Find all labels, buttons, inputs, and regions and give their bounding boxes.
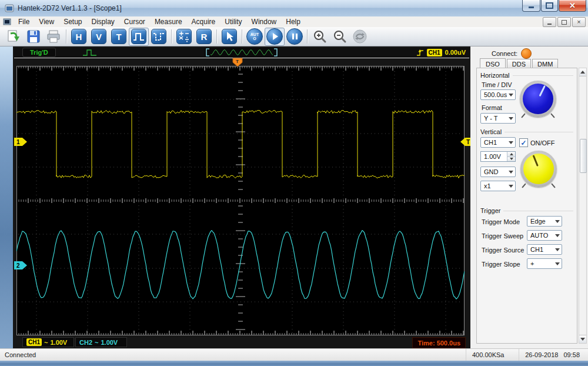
reference-button[interactable]: R	[194, 28, 214, 46]
trigger-sweep-select[interactable]: AUTO	[527, 230, 562, 241]
menu-file[interactable]: File	[14, 17, 34, 26]
application-window: Hantek-2D72 Ver1.1.3 - [Scope1] ✕ File V…	[0, 0, 588, 366]
cursor-measure-button[interactable]	[219, 28, 239, 46]
ch2-scale: 1.00V	[101, 339, 118, 346]
horizontal-system-button[interactable]: H	[69, 28, 89, 46]
scope-footer-bar: CH1 ~ 1.00V CH2 ~ 1.00V Time: 500.0us	[13, 337, 470, 347]
coupling-select[interactable]: GND	[480, 167, 516, 177]
scroll-up-button[interactable]	[579, 68, 586, 76]
falling-pulse-button[interactable]	[149, 28, 169, 46]
spinner-buttons[interactable]	[507, 152, 515, 161]
format-select[interactable]: Y - T	[480, 113, 516, 124]
scope-display-area: Trig'D CH1 0.00uV T	[13, 46, 470, 348]
math-button[interactable]	[174, 28, 194, 46]
menu-display[interactable]: Display	[87, 17, 119, 26]
refresh-button[interactable]	[350, 28, 370, 46]
chevron-down-icon	[507, 141, 515, 144]
trigger-sweep-label: Trigger Sweep	[482, 232, 523, 239]
ch2-level-marker[interactable]: 2	[14, 261, 28, 269]
panel-scrollbar[interactable]	[579, 68, 587, 344]
play-icon	[273, 33, 278, 40]
menu-setup[interactable]: Setup	[59, 17, 86, 26]
pause-button[interactable]	[285, 28, 305, 46]
title-bar: Hantek-2D72 Ver1.1.3 - [Scope1] ✕	[0, 0, 588, 17]
trigger-slope-select[interactable]: +	[527, 258, 562, 269]
ch1-coupling: ~	[44, 339, 48, 346]
volt-scale-value: 1.00V	[484, 153, 501, 160]
rising-pulse-button[interactable]	[129, 28, 149, 46]
chevron-down-icon	[553, 248, 562, 251]
toolbar-separator	[66, 29, 66, 44]
save-button[interactable]	[24, 28, 44, 46]
minimize-button[interactable]	[522, 0, 540, 12]
menu-measure[interactable]: Measure	[150, 17, 187, 26]
scroll-thumb[interactable]	[580, 139, 587, 173]
control-panel: Connect: DSO DDS DMM Horizontal Time / D…	[470, 46, 588, 348]
toolbar-separator	[171, 29, 172, 44]
chevron-down-icon	[507, 117, 515, 120]
ch2-readout: CH2 ~ 1.00V	[75, 337, 127, 347]
trigger-mode-select[interactable]: Edge	[527, 216, 562, 227]
vertical-system-button[interactable]: V	[89, 28, 109, 46]
r-icon: R	[196, 29, 212, 44]
scope-status-bar: Trig'D CH1 0.00uV	[14, 48, 469, 58]
trigger-source-value: CH1	[530, 246, 543, 253]
waveform-preview[interactable]	[205, 48, 279, 57]
channel-select[interactable]: CH1	[480, 137, 516, 148]
dso-tab-panel: Horizontal Time / DIV 500.0us Format Y -…	[476, 68, 577, 344]
mdi-restore-button[interactable]	[557, 17, 571, 27]
onoff-checkbox[interactable]: ✓	[519, 138, 528, 147]
chevron-down-icon	[553, 220, 562, 223]
trigger-mode-value: Edge	[530, 218, 546, 225]
run-button[interactable]	[265, 28, 285, 46]
zoom-out-button[interactable]	[330, 28, 350, 46]
ch2-coupling: ~	[95, 339, 98, 346]
trigger-source-select[interactable]: CH1	[527, 244, 562, 255]
menu-cursor[interactable]: Cursor	[119, 17, 150, 26]
maximize-icon	[546, 2, 553, 9]
preview-sine-icon	[205, 48, 279, 57]
t-icon: T	[111, 29, 126, 44]
menu-view[interactable]: View	[34, 17, 59, 26]
trigger-group-title: Trigger	[480, 207, 573, 214]
zoom-in-icon	[312, 29, 328, 44]
horizontal-knob[interactable]	[520, 81, 556, 117]
menu-utility[interactable]: Utility	[220, 17, 246, 26]
trigger-slope-label: Trigger Slope	[482, 261, 520, 268]
menu-window[interactable]: Window	[247, 17, 282, 26]
chevron-down-icon	[553, 234, 562, 237]
time-div-value: 500.0us	[484, 91, 507, 98]
trigger-system-button[interactable]: T	[109, 28, 129, 46]
minimize-icon	[547, 24, 552, 25]
spin-up-icon[interactable]	[507, 152, 515, 157]
window-border-left	[0, 46, 13, 361]
autoset-button[interactable]: AUTO	[245, 28, 265, 46]
window-border-bottom	[0, 361, 588, 366]
ch1-level-marker[interactable]: 1	[14, 138, 28, 146]
close-icon: ✕	[569, 1, 576, 10]
menu-acquire[interactable]: Acquire	[187, 17, 220, 26]
volt-scale-spinner[interactable]: 1.00V	[480, 151, 516, 162]
vertical-knob[interactable]	[520, 151, 557, 187]
menu-help[interactable]: Help	[281, 17, 305, 26]
onoff-checkbox-row: ✓ ON/OFF	[519, 138, 555, 147]
ch1-readout: CH1 ~ 1.00V	[22, 337, 74, 347]
auto-icon: AUTO	[250, 32, 259, 41]
zoom-in-button[interactable]	[310, 28, 330, 46]
time-div-select[interactable]: 500.0us	[480, 89, 516, 100]
toolbar: H V T R AUTO	[0, 27, 588, 46]
mdi-minimize-button[interactable]	[543, 17, 556, 27]
spin-down-icon[interactable]	[507, 157, 515, 162]
toolbar-separator	[307, 29, 308, 44]
mdi-close-button[interactable]: ×	[572, 17, 586, 27]
channel-value: CH1	[484, 139, 497, 146]
probe-select[interactable]: x1	[480, 181, 516, 191]
scroll-down-button[interactable]	[579, 335, 586, 343]
svg-text:T: T	[236, 59, 239, 64]
print-button[interactable]	[44, 28, 64, 46]
trigger-readout: CH1 0.00uV	[416, 48, 466, 57]
trigger-position-marker[interactable]: T	[232, 58, 243, 67]
open-button[interactable]	[4, 28, 24, 46]
close-button[interactable]: ✕	[559, 0, 586, 12]
maximize-button[interactable]	[541, 0, 558, 12]
